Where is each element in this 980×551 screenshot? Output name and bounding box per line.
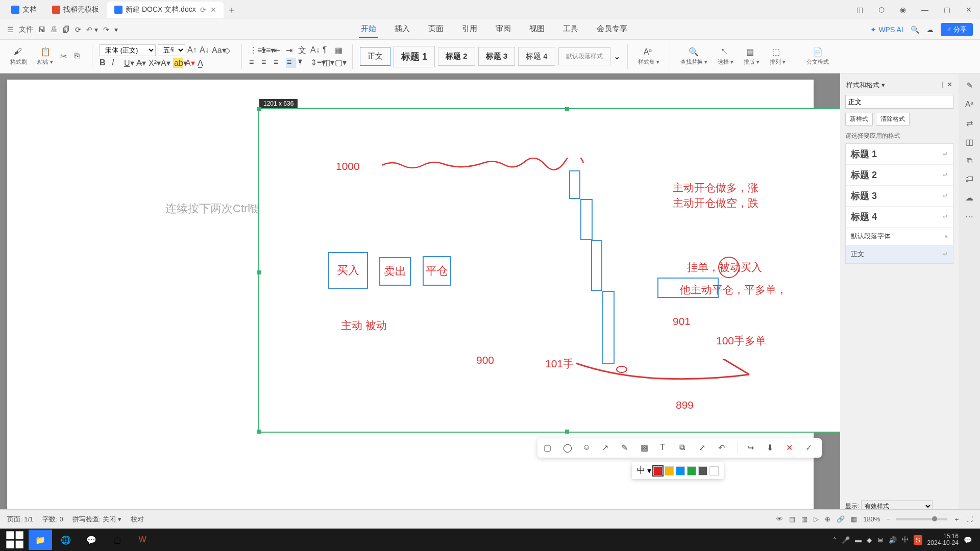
ellipse-tool-icon[interactable]: ◯ — [563, 443, 573, 453]
tray-clock[interactable]: 15:16 2024-10-24 — [927, 533, 959, 546]
resize-handle[interactable] — [565, 107, 569, 111]
chevron-down-icon[interactable]: ▾ — [647, 466, 651, 475]
font-size-select[interactable]: 五号 — [158, 44, 185, 56]
resize-handle[interactable] — [257, 107, 261, 111]
screenshot-region[interactable]: 1000 买入 卖出 平仓 主动 被动 900 101手 主动开仓做多，涨 主动… — [258, 108, 871, 433]
eye-icon[interactable]: 👁 — [776, 515, 783, 523]
undo-icon[interactable]: ↶ ▾ — [86, 26, 98, 34]
pen-tool-icon[interactable]: ✎ — [621, 443, 631, 453]
find-replace-button[interactable]: 🔍查找替换 ▾ — [677, 47, 710, 66]
tab-review[interactable]: 审阅 — [494, 21, 513, 38]
tray-app-icon[interactable]: ◆ — [867, 536, 872, 544]
rect-tool-icon[interactable]: ▢ — [544, 443, 554, 453]
print-preview-icon[interactable]: 🗐 — [63, 26, 70, 34]
strike-icon[interactable]: A̶▾ — [136, 58, 146, 68]
font-name-select[interactable]: 宋体 (正文) — [100, 44, 156, 56]
align-left-icon[interactable]: ≡ — [249, 58, 259, 68]
sort-icon[interactable]: A↓ — [310, 45, 321, 56]
style-h1[interactable]: 标题 1 — [394, 46, 435, 67]
cut-icon[interactable]: ✂ — [60, 52, 70, 62]
shapes-icon[interactable]: ◫ — [966, 137, 973, 147]
format-brush-group[interactable]: 🖌 格式刷 — [7, 47, 30, 66]
spellcheck-status[interactable]: 拼写检查: 关闭 ▾ — [72, 515, 121, 524]
tab-templates[interactable]: 找稻壳模板 — [45, 2, 106, 18]
search-icon[interactable]: 🔍 — [911, 26, 919, 34]
tab-member[interactable]: 会员专享 — [595, 21, 629, 38]
wps-ai-button[interactable]: ✦ WPS AI — [870, 26, 903, 34]
style-h4[interactable]: 标题 4 — [518, 47, 555, 66]
bullets-icon[interactable]: ⋮≡▾ — [249, 45, 259, 56]
color-green[interactable] — [687, 466, 696, 475]
style-set-button[interactable]: Aᵃ样式集 ▾ — [635, 47, 663, 66]
arrange-button[interactable]: ⬚排列 ▾ — [767, 47, 789, 66]
add-tab-button[interactable]: ＋ — [225, 3, 239, 17]
link-icon[interactable]: 🔗 — [837, 515, 845, 523]
save-icon[interactable]: 🖫 — [38, 26, 45, 34]
numbering-icon[interactable]: 1≡▾ — [261, 45, 272, 56]
mosaic-tool-icon[interactable]: ▩ — [641, 443, 651, 453]
tab-view[interactable]: 视图 — [527, 21, 547, 38]
color-yellow[interactable] — [665, 466, 674, 475]
tab-page[interactable]: 页面 — [426, 21, 446, 38]
resize-handle[interactable] — [257, 430, 261, 434]
style-item-h4[interactable]: 标题 4↵ — [846, 207, 953, 228]
tray-volume-icon[interactable]: 🔊 — [889, 536, 897, 544]
superscript-icon[interactable]: X²▾ — [149, 58, 159, 68]
color-red[interactable] — [653, 466, 663, 475]
tray-mic-icon[interactable]: 🎤 — [842, 536, 850, 544]
hamburger-icon[interactable]: ☰ — [7, 26, 14, 34]
increase-font-icon[interactable]: A↑ — [187, 45, 198, 56]
paste-group[interactable]: 📋 粘贴 ▾ — [34, 47, 56, 66]
more-icon[interactable]: ⋯ — [965, 212, 973, 221]
pin-icon[interactable]: ⟊ — [941, 81, 945, 88]
text-tool-icon[interactable]: T — [660, 443, 670, 453]
chevron-down-icon[interactable]: ▾ — [114, 26, 118, 34]
winctrl-icon[interactable]: ◫ — [852, 4, 867, 16]
tray-notifications-icon[interactable]: 💬 — [964, 536, 972, 544]
tag-icon[interactable]: 🏷 — [965, 174, 973, 184]
zoom-out-icon[interactable]: − — [886, 515, 890, 523]
font-color-icon[interactable]: A▾ — [185, 58, 195, 68]
globe-icon[interactable]: ⊕ — [825, 515, 830, 523]
style-item-default[interactable]: 默认段落字体a — [846, 228, 953, 245]
task-wps[interactable]: W — [131, 530, 154, 550]
word-count[interactable]: 字数: 0 — [42, 515, 63, 524]
font-effect-icon[interactable]: A▾ — [161, 58, 171, 68]
emoji-tool-icon[interactable]: ☺ — [582, 443, 593, 453]
tab-insert[interactable]: 插入 — [393, 21, 412, 38]
style-h2[interactable]: 标题 2 — [438, 47, 475, 66]
doc-mode-button[interactable]: 📄公文模式 — [803, 47, 832, 66]
close-panel-icon[interactable]: ✕ — [947, 81, 952, 88]
char-border-icon[interactable]: A̲ — [198, 58, 208, 68]
color-blue[interactable] — [676, 466, 685, 475]
align-center-icon[interactable]: ≡ — [261, 58, 272, 68]
tray-up-icon[interactable]: ˄ — [833, 536, 837, 544]
new-style-button[interactable]: 新样式 — [845, 113, 873, 126]
color-gray[interactable] — [698, 466, 707, 475]
swap-icon[interactable]: ⇄ — [966, 118, 973, 128]
maximize-icon[interactable]: ▢ — [940, 4, 954, 16]
resize-handle[interactable] — [257, 270, 261, 274]
change-case-icon[interactable]: Aa▾ — [212, 45, 222, 56]
proofread-button[interactable]: 校对 — [131, 515, 144, 524]
zoom-slider[interactable] — [896, 518, 947, 520]
current-style-input[interactable] — [845, 95, 953, 109]
line-spacing-icon[interactable]: ⇕≡▾ — [310, 58, 321, 68]
tab-reference[interactable]: 引用 — [460, 21, 479, 38]
show-marks-icon[interactable]: ¶ — [323, 45, 333, 56]
style-body[interactable]: 正文 — [360, 47, 390, 66]
style-item-h3[interactable]: 标题 3↵ — [846, 186, 953, 207]
task-window[interactable]: ▢ — [105, 530, 129, 550]
styles-more-icon[interactable]: ⌄ — [614, 52, 620, 61]
zoom-value[interactable]: 180% — [863, 515, 880, 523]
cloud-icon[interactable]: ☁ — [965, 193, 973, 203]
style-item-h1[interactable]: 标题 1↵ — [846, 144, 953, 165]
pin-tool-icon[interactable]: ⤢ — [699, 443, 709, 453]
share-tool-icon[interactable]: ↪ — [747, 443, 757, 453]
shading-icon[interactable]: ◫▾ — [323, 58, 333, 68]
distribute-icon[interactable]: ⫞ — [298, 58, 308, 68]
grid-view-icon[interactable]: ▦ — [851, 515, 857, 523]
tab-tools[interactable]: 工具 — [561, 21, 580, 38]
view-outline-icon[interactable]: ▥ — [801, 515, 807, 523]
clear-format-button[interactable]: 清除格式 — [876, 113, 910, 126]
